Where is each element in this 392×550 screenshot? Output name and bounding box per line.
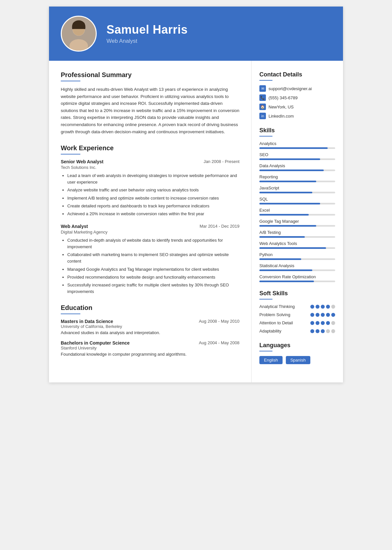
soft-skill-name: Attention to Detail — [259, 320, 293, 326]
skill-bar-fill — [259, 158, 320, 160]
languages-section: Languages EnglishSpanish — [259, 342, 335, 364]
skill-bar-fill — [259, 258, 301, 260]
skill-bar-fill — [259, 192, 312, 193]
skill-item: Analytics — [259, 141, 335, 149]
skill-bar-fill — [259, 170, 324, 171]
skill-item: Statistical Analysis — [259, 263, 335, 271]
dot-filled — [310, 313, 314, 317]
edu-school: University of California, Berkeley — [61, 324, 239, 329]
location-icon: 🏠 — [259, 104, 266, 110]
dot-empty — [326, 329, 330, 333]
skill-bar-background — [259, 170, 335, 171]
summary-underline — [61, 81, 80, 81]
skill-bar-fill — [259, 236, 305, 238]
dots-container — [310, 329, 335, 333]
skill-item: A/B Testing — [259, 230, 335, 238]
job-company: Digital Marketing Agency — [61, 230, 239, 235]
job-entry: Senior Web Analyst Jan 2008 - Present Te… — [61, 159, 239, 217]
skill-item: Data Analysis — [259, 163, 335, 171]
dot-filled — [316, 305, 319, 309]
dot-filled — [326, 305, 330, 309]
edu-description: Foundational knowledge in computer progr… — [61, 352, 239, 357]
resume-container: Samuel Harris Web Analyst Professional S… — [49, 7, 343, 382]
contact-linkedin: in LinkedIn.com — [259, 113, 335, 119]
dots-container — [310, 321, 335, 325]
skill-item: SQL — [259, 197, 335, 204]
skill-name: Google Tag Manager — [259, 219, 335, 224]
phone-icon: 📞 — [259, 94, 266, 101]
contact-title: Contact Details — [259, 71, 335, 78]
job-company: Tech Solutions Inc. — [61, 165, 239, 170]
list-item: Implement A/B testing and optimize websi… — [67, 195, 239, 202]
dots-container — [310, 313, 335, 317]
job-header: Senior Web Analyst Jan 2008 - Present — [61, 159, 239, 164]
skill-bar-fill — [259, 214, 309, 216]
education-container: Masters in Data Science Aug 2008 - May 2… — [61, 319, 239, 357]
education-entry: Bachelors in Computer Science Aug 2004 -… — [61, 340, 239, 357]
list-item: Collaborated with marketing teams to imp… — [67, 251, 239, 265]
soft-skill-item: Adaptability — [259, 329, 335, 334]
edu-degree: Masters in Data Science — [61, 319, 113, 324]
soft-skill-item: Attention to Detail — [259, 320, 335, 326]
skill-bar-background — [259, 225, 335, 227]
edu-description: Advanced studies in data analysis and in… — [61, 330, 239, 335]
soft-skills-underline — [259, 299, 272, 299]
soft-skill-name: Analytical Thinking — [259, 304, 295, 310]
skill-bar-background — [259, 214, 335, 216]
header: Samuel Harris Web Analyst — [49, 7, 343, 61]
education-entry: Masters in Data Science Aug 2008 - May 2… — [61, 319, 239, 335]
skill-bar-fill — [259, 281, 314, 282]
job-header: Web Analyst Mar 2014 - Dec 2019 — [61, 224, 239, 229]
body: Professional Summary Highly skilled and … — [49, 61, 343, 382]
dot-empty — [331, 329, 335, 333]
dot-empty — [331, 321, 335, 325]
skill-item: Excel — [259, 208, 335, 216]
skill-bar-background — [259, 269, 335, 271]
dot-filled — [316, 329, 319, 333]
skill-bar-fill — [259, 269, 312, 271]
dot-filled — [310, 305, 314, 309]
work-title: Work Experience — [61, 144, 239, 152]
sidebar: Contact Details ✉ support@cvdesigner.ai … — [252, 61, 343, 382]
soft-skill-name: Problem Solving — [259, 312, 290, 318]
skill-name: Excel — [259, 208, 335, 213]
skills-title: Skills — [259, 127, 335, 134]
language-english[interactable]: English — [259, 356, 283, 364]
list-item: Provided recommendations for website des… — [67, 274, 239, 281]
language-spanish[interactable]: Spanish — [286, 356, 310, 364]
jobs-container: Senior Web Analyst Jan 2008 - Present Te… — [61, 159, 239, 295]
email-icon: ✉ — [259, 85, 266, 92]
skill-bar-fill — [259, 181, 316, 182]
linkedin-icon: in — [259, 113, 266, 119]
skill-bar-background — [259, 147, 335, 149]
dot-filled — [326, 313, 330, 317]
skill-bar-background — [259, 158, 335, 160]
avatar — [61, 16, 97, 52]
header-info: Samuel Harris Web Analyst — [106, 23, 188, 44]
dot-filled — [316, 313, 319, 317]
soft-skill-name: Adaptability — [259, 329, 281, 334]
dot-filled — [310, 329, 314, 333]
soft-skills-section: Soft Skills Analytical Thinking Problem … — [259, 290, 335, 334]
languages-underline — [259, 351, 272, 351]
skills-underline — [259, 136, 272, 137]
work-underline — [61, 154, 80, 154]
summary-title: Professional Summary — [61, 71, 239, 79]
list-item: Conducted in-depth analysis of website d… — [67, 237, 239, 250]
phone-text: (555) 345-6789 — [269, 95, 298, 100]
education-title: Education — [61, 304, 239, 312]
skill-bar-background — [259, 181, 335, 182]
skill-name: SQL — [259, 197, 335, 202]
soft-skill-item: Problem Solving — [259, 312, 335, 318]
edu-dates: Aug 2008 - May 2010 — [199, 319, 239, 324]
linkedin-text: LinkedIn.com — [269, 114, 294, 119]
dot-filled — [331, 313, 335, 317]
list-item: Create detailed reports and dashboards t… — [67, 203, 239, 209]
contact-section: Contact Details ✉ support@cvdesigner.ai … — [259, 71, 335, 119]
summary-section: Professional Summary Highly skilled and … — [61, 71, 239, 135]
skill-bar-background — [259, 203, 335, 204]
email-text: support@cvdesigner.ai — [269, 86, 312, 91]
skill-item: Conversion Rate Optimization — [259, 274, 335, 282]
skill-item: Google Tag Manager — [259, 219, 335, 227]
dot-filled — [310, 321, 314, 325]
